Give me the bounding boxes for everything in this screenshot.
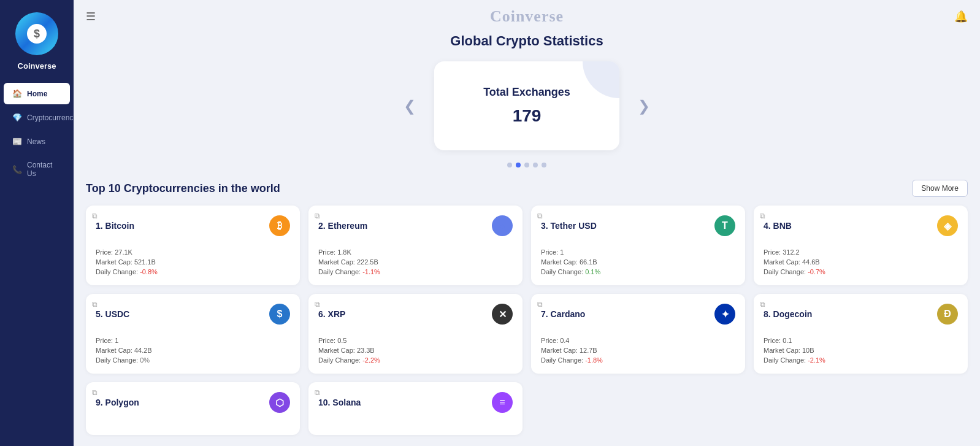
sidebar-item-cryptocurrencies[interactable]: 💎 Cryptocurrencies	[4, 107, 70, 128]
marketcap-stat-btc: Market Cap: 521.1B	[96, 258, 290, 266]
crypto-stats-btc: Price: 27.1K Market Cap: 521.1B Daily Ch…	[96, 248, 290, 275]
change-stat-usdc: Daily Change: 0%	[96, 356, 290, 364]
price-stat-usdt: Price: 1	[541, 248, 735, 256]
carousel-prev-button[interactable]: ❮	[397, 91, 422, 121]
copy-icon-btc[interactable]: ⧉	[92, 212, 98, 220]
carousel-next-button[interactable]: ❯	[632, 91, 656, 121]
copy-icon-eth[interactable]: ⧉	[315, 212, 320, 220]
change-stat-usdt: Daily Change: 0.1%	[541, 268, 735, 275]
price-stat-bnb: Price: 312.2	[764, 248, 958, 256]
dot-5[interactable]	[542, 163, 546, 167]
copy-icon-matic[interactable]: ⧉	[92, 388, 98, 397]
crypto-header-matic: 9. Polygon ⬡	[96, 392, 290, 413]
price-stat-btc: Price: 27.1K	[96, 248, 290, 256]
copy-icon-ada[interactable]: ⧉	[537, 300, 543, 309]
copy-icon-usdc[interactable]: ⧉	[92, 300, 98, 309]
price-stat-ada: Price: 0.4	[541, 337, 735, 344]
logo-dollar-icon: $	[27, 24, 47, 44]
sidebar-label-contact: Contact Us	[27, 161, 61, 178]
crypto-name-usdc: 5. USDC	[96, 309, 129, 319]
menu-icon[interactable]: ☰	[86, 10, 96, 23]
change-stat-xrp: Daily Change: -2.2%	[318, 356, 513, 364]
crypto-icon-sol: ≡	[492, 392, 513, 413]
copy-icon-usdt[interactable]: ⧉	[537, 212, 543, 220]
section-title: Top 10 Cryptocurrencies in the world	[86, 182, 280, 195]
crypto-header-doge: 8. Dogecoin Ð	[764, 304, 958, 325]
bell-icon[interactable]: 🔔	[954, 10, 968, 23]
price-stat-doge: Price: 0.1	[764, 337, 958, 344]
sidebar-item-home[interactable]: 🏠 Home	[4, 83, 70, 104]
crypto-name-xrp: 6. XRP	[318, 309, 345, 319]
crypto-name-doge: 8. Dogecoin	[764, 309, 812, 319]
crypto-header-sol: 10. Solana ≡	[318, 392, 513, 413]
marketcap-stat-ada: Market Cap: 12.7B	[541, 347, 735, 354]
crypto-stats-usdc: Price: 1 Market Cap: 44.2B Daily Change:…	[96, 337, 290, 364]
carousel-dots	[74, 163, 980, 167]
crypto-card-matic: ⧉ 9. Polygon ⬡	[86, 382, 300, 435]
show-more-button[interactable]: Show More	[912, 180, 968, 197]
sidebar-item-contact[interactable]: 📞 Contact Us	[4, 155, 70, 184]
copy-icon-sol[interactable]: ⧉	[315, 388, 320, 397]
change-stat-btc: Daily Change: -0.8%	[96, 268, 290, 275]
marketcap-stat-xrp: Market Cap: 23.3B	[318, 347, 513, 354]
crypto-icon-matic: ⬡	[269, 392, 290, 413]
cryptocurrencies-icon: 💎	[12, 113, 22, 122]
crypto-grid: ⧉ 1. Bitcoin ₿ Price: 27.1K Market Cap: …	[74, 206, 980, 435]
crypto-icon-ada: ✦	[714, 304, 735, 325]
header: ☰ Coinverse 🔔	[74, 0, 980, 33]
app-logo: $	[15, 12, 58, 55]
copy-icon-xrp[interactable]: ⧉	[315, 300, 320, 309]
dot-4[interactable]	[533, 163, 538, 167]
crypto-stats-xrp: Price: 0.5 Market Cap: 23.3B Daily Chang…	[318, 337, 513, 364]
change-stat-bnb: Daily Change: -0.7%	[764, 268, 958, 275]
price-stat-usdc: Price: 1	[96, 337, 290, 344]
crypto-name-bnb: 4. BNB	[764, 221, 792, 231]
sidebar-label-home: Home	[27, 90, 47, 98]
marketcap-stat-eth: Market Cap: 222.5B	[318, 258, 513, 266]
crypto-icon-usdc: $	[269, 304, 290, 325]
carousel-card: Total Exchanges 179	[434, 61, 619, 150]
section-header: Top 10 Cryptocurrencies in the world Sho…	[74, 180, 980, 197]
crypto-icon-doge: Ð	[937, 304, 958, 325]
dot-3[interactable]	[524, 163, 529, 167]
crypto-card-eth: ⧉ 2. Ethereum ⬥ Price: 1.8K Market Cap: …	[308, 206, 523, 285]
dot-1[interactable]	[507, 163, 512, 167]
crypto-card-sol: ⧉ 10. Solana ≡	[308, 382, 523, 435]
crypto-icon-xrp: ✕	[492, 304, 513, 325]
crypto-card-doge: ⧉ 8. Dogecoin Ð Price: 0.1 Market Cap: 1…	[754, 294, 968, 374]
crypto-name-matic: 9. Polygon	[96, 398, 139, 407]
crypto-name-ada: 7. Cardano	[541, 309, 585, 319]
carousel-card-title: Total Exchanges	[483, 86, 570, 99]
marketcap-stat-doge: Market Cap: 10B	[764, 347, 958, 354]
price-stat-eth: Price: 1.8K	[318, 248, 513, 256]
crypto-header-btc: 1. Bitcoin ₿	[96, 215, 290, 236]
change-stat-doge: Daily Change: -2.1%	[764, 356, 958, 364]
crypto-icon-btc: ₿	[269, 215, 290, 236]
sidebar-item-news[interactable]: 📰 News	[4, 131, 70, 152]
crypto-header-usdt: 3. Tether USD T	[541, 215, 735, 236]
price-stat-xrp: Price: 0.5	[318, 337, 513, 344]
marketcap-stat-usdc: Market Cap: 44.2B	[96, 347, 290, 354]
crypto-card-btc: ⧉ 1. Bitcoin ₿ Price: 27.1K Market Cap: …	[86, 206, 300, 285]
stats-carousel: ❮ Total Exchanges 179 ❯	[74, 61, 980, 150]
crypto-stats-ada: Price: 0.4 Market Cap: 12.7B Daily Chang…	[541, 337, 735, 364]
crypto-icon-eth: ⬥	[492, 215, 513, 236]
crypto-header-bnb: 4. BNB ◈	[764, 215, 958, 236]
crypto-card-usdt: ⧉ 3. Tether USD T Price: 1 Market Cap: 6…	[531, 206, 745, 285]
page-subtitle: Global Crypto Statistics	[74, 33, 980, 49]
copy-icon-doge[interactable]: ⧉	[760, 300, 765, 309]
crypto-header-ada: 7. Cardano ✦	[541, 304, 735, 325]
copy-icon-bnb[interactable]: ⧉	[760, 212, 765, 220]
change-stat-ada: Daily Change: -1.8%	[541, 356, 735, 364]
crypto-stats-eth: Price: 1.8K Market Cap: 222.5B Daily Cha…	[318, 248, 513, 275]
crypto-icon-usdt: T	[714, 215, 735, 236]
dot-2[interactable]	[516, 163, 521, 167]
crypto-name-btc: 1. Bitcoin	[96, 221, 134, 231]
crypto-header-eth: 2. Ethereum ⬥	[318, 215, 513, 236]
crypto-name-eth: 2. Ethereum	[318, 221, 367, 231]
crypto-stats-bnb: Price: 312.2 Market Cap: 44.6B Daily Cha…	[764, 248, 958, 275]
marketcap-stat-usdt: Market Cap: 66.1B	[541, 258, 735, 266]
main-content: ☰ Coinverse 🔔 Global Crypto Statistics ❮…	[74, 0, 980, 446]
sidebar-nav: 🏠 Home 💎 Cryptocurrencies 📰 News 📞 Conta…	[0, 83, 74, 184]
home-icon: 🏠	[12, 89, 22, 98]
